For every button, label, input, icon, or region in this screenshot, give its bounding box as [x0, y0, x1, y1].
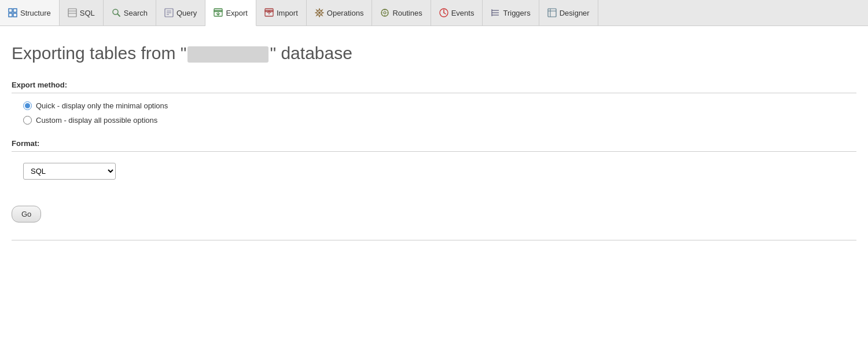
tab-structure[interactable]: Structure: [0, 0, 60, 25]
search-icon: [112, 8, 121, 17]
svg-rect-0: [9, 9, 12, 12]
tab-query[interactable]: Query: [156, 0, 205, 25]
tab-sql-label: SQL: [80, 9, 95, 17]
export-method-section: Export method: Quick - display only the …: [12, 81, 856, 125]
radio-custom-label: Custom - display all possible options: [36, 116, 157, 125]
tab-export-label: Export: [226, 9, 248, 17]
go-button-container: Go: [12, 194, 856, 222]
triggers-icon: [491, 8, 500, 17]
tab-import-label: Import: [277, 9, 298, 17]
radio-option-quick[interactable]: Quick - display only the minimal options: [23, 101, 856, 110]
title-suffix: " database: [270, 43, 352, 63]
routines-icon: [380, 8, 389, 17]
export-method-header: Export method:: [12, 81, 856, 93]
db-name-redacted: [187, 46, 269, 63]
tab-import[interactable]: Import: [256, 0, 307, 25]
tab-operations[interactable]: Operations: [307, 0, 373, 25]
tab-search-label: Search: [124, 9, 148, 17]
structure-icon: [8, 8, 17, 17]
title-prefix: Exporting tables from ": [12, 43, 186, 63]
tab-events-label: Events: [451, 9, 475, 17]
query-icon: [164, 8, 174, 17]
tab-export[interactable]: Export: [205, 0, 256, 26]
tab-operations-label: Operations: [327, 9, 364, 17]
radio-quick-label: Quick - display only the minimal options: [36, 101, 168, 110]
tab-designer-label: Designer: [560, 9, 590, 17]
tab-bar: StructureSQLSearchQueryExportImportOpera…: [0, 0, 868, 26]
tab-designer[interactable]: Designer: [539, 0, 598, 25]
bottom-divider: [12, 240, 856, 240]
svg-rect-4: [68, 9, 76, 17]
tab-events[interactable]: Events: [431, 0, 483, 25]
svg-rect-2: [9, 13, 12, 17]
format-section: Format: SQLCSVJSONXMLExcelPDFLaTeXOpenDo…: [12, 139, 856, 180]
tab-query-label: Query: [176, 9, 197, 17]
svg-point-21: [384, 12, 386, 14]
radio-quick[interactable]: [23, 101, 32, 110]
svg-line-28: [444, 13, 446, 14]
tab-triggers-label: Triggers: [503, 9, 530, 17]
operations-icon: [315, 8, 324, 17]
format-select[interactable]: SQLCSVJSONXMLExcelPDFLaTeXOpenDocument S…: [23, 163, 116, 180]
radio-option-custom[interactable]: Custom - display all possible options: [23, 116, 856, 125]
export-icon: [214, 8, 223, 17]
page-title: Exporting tables from "" database: [12, 43, 856, 63]
format-header: Format:: [12, 139, 856, 152]
svg-point-19: [318, 12, 321, 14]
tab-search[interactable]: Search: [104, 0, 156, 25]
tab-routines-label: Routines: [392, 9, 422, 17]
tab-routines[interactable]: Routines: [372, 0, 431, 25]
export-method-radio-group: Quick - display only the minimal options…: [12, 101, 856, 125]
sql-icon: [68, 8, 77, 17]
tab-sql[interactable]: SQL: [60, 0, 104, 25]
go-button[interactable]: Go: [12, 206, 41, 222]
svg-line-8: [117, 14, 120, 16]
events-icon: [439, 8, 448, 17]
svg-rect-1: [13, 9, 17, 12]
tab-structure-label: Structure: [20, 9, 51, 17]
import-icon: [264, 8, 274, 17]
designer-icon: [547, 8, 557, 17]
svg-rect-3: [13, 13, 17, 17]
svg-rect-33: [548, 9, 556, 17]
tab-triggers[interactable]: Triggers: [483, 0, 539, 25]
radio-custom[interactable]: [23, 116, 32, 125]
